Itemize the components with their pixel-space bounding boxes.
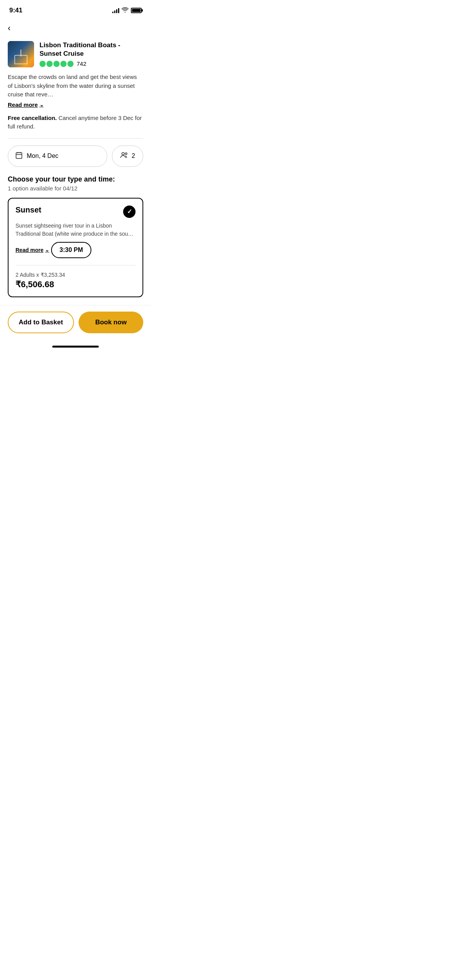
tour-type-section: Choose your tour type and time: 1 option… [0, 167, 151, 297]
star-rating [39, 61, 74, 67]
product-thumbnail [8, 41, 34, 67]
read-more-label: Read more [8, 101, 38, 108]
calendar-icon [15, 151, 23, 161]
date-label: Mon, 4 Dec [27, 152, 58, 159]
rating-row: 742 [39, 60, 143, 67]
add-to-basket-button[interactable]: Add to Basket [8, 312, 74, 333]
people-icon [120, 151, 129, 161]
price-per-unit: 2 Adults x ₹3,253.34 [15, 272, 136, 278]
home-bar [52, 346, 99, 348]
tour-card-divider [15, 265, 136, 266]
cancellation-bold: Free cancellation. [8, 115, 57, 121]
back-arrow-icon: ‹ [8, 23, 10, 33]
tour-name: Sunset [15, 206, 41, 214]
thumbnail-image [8, 41, 34, 67]
star-1 [39, 61, 46, 67]
description-section: Escape the crowds on land and get the be… [0, 67, 151, 108]
chevron-down-icon-2: ⌄ [45, 247, 49, 253]
back-button[interactable]: ‹ [0, 19, 151, 36]
product-info: Lisbon Traditional Boats - Sunset Cruise… [39, 41, 143, 67]
bottom-cta: Add to Basket Book now [0, 305, 151, 343]
home-indicator [0, 343, 151, 350]
read-more-button[interactable]: Read more ⌄ [8, 101, 44, 108]
tour-description: Sunset sightseeing river tour in a Lisbo… [15, 222, 136, 238]
star-2 [46, 61, 53, 67]
status-bar: 9:41 [0, 0, 151, 19]
chevron-down-icon: ⌄ [39, 102, 44, 108]
product-title: Lisbon Traditional Boats - Sunset Cruise [39, 41, 143, 58]
product-header: Lisbon Traditional Boats - Sunset Cruise… [0, 36, 151, 67]
cancellation-text: Free cancellation. Cancel anytime before… [8, 114, 143, 131]
description-text: Escape the crowds on land and get the be… [8, 73, 143, 99]
review-count: 742 [77, 60, 86, 67]
tour-read-more-button[interactable]: Read more ⌄ [15, 247, 49, 253]
status-icons [112, 7, 142, 14]
section-title: Choose your tour type and time: [8, 175, 143, 183]
booking-controls: Mon, 4 Dec 2 [0, 139, 151, 167]
options-subtitle: 1 option available for 04/12 [8, 185, 143, 192]
cancellation-section: Free cancellation. Cancel anytime before… [0, 108, 151, 131]
tour-card-header: Sunset [15, 206, 136, 218]
battery-icon [131, 8, 142, 13]
signal-icon [112, 8, 119, 13]
svg-point-5 [125, 152, 127, 154]
wifi-icon [122, 7, 129, 14]
star-5 [67, 61, 74, 67]
date-selector-button[interactable]: Mon, 4 Dec [8, 146, 107, 167]
status-time: 9:41 [9, 7, 22, 14]
selected-check-icon [123, 206, 136, 218]
svg-point-4 [122, 152, 124, 154]
book-now-button[interactable]: Book now [79, 312, 143, 333]
star-4 [60, 61, 67, 67]
travellers-count: 2 [132, 152, 135, 159]
travellers-selector-button[interactable]: 2 [112, 146, 143, 167]
time-slot-button[interactable]: 3:30 PM [51, 242, 91, 258]
tour-read-more-label: Read more [15, 247, 43, 253]
total-price: ₹6,506.68 [15, 279, 136, 290]
svg-rect-0 [16, 152, 22, 158]
tour-card[interactable]: Sunset Sunset sightseeing river tour in … [8, 198, 143, 297]
star-3 [53, 61, 60, 67]
time-slot-label: 3:30 PM [60, 247, 83, 254]
